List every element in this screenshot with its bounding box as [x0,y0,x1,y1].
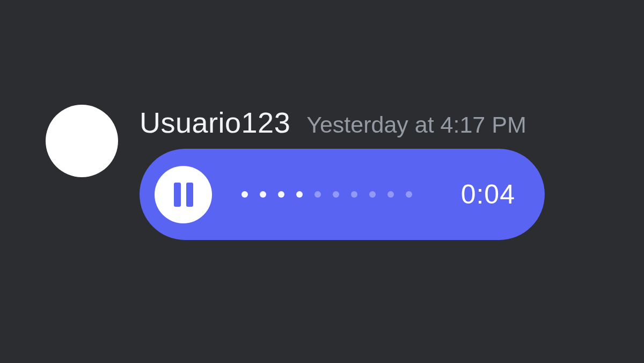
message-header: Usuario123 Yesterday at 4:17 PM [140,106,545,139]
wave-dot [333,191,339,198]
wave-dot [314,191,321,198]
wave-dot [351,191,357,198]
voice-waveform[interactable] [241,191,448,198]
message-content: Usuario123 Yesterday at 4:17 PM [140,105,545,240]
wave-dot [278,191,284,198]
wave-dot [369,191,376,198]
voice-duration: 0:04 [461,179,515,210]
wave-dot [241,191,248,198]
timestamp: Yesterday at 4:17 PM [306,112,526,138]
wave-dot [387,191,394,198]
wave-dot [406,191,412,198]
pause-icon [174,183,193,207]
voice-message-player[interactable]: 0:04 [140,149,545,240]
avatar[interactable] [46,105,118,177]
pause-button[interactable] [155,166,212,223]
wave-dot [260,191,266,198]
message-row: Usuario123 Yesterday at 4:17 PM [0,0,644,240]
wave-dot [296,191,303,198]
username[interactable]: Usuario123 [140,106,290,139]
